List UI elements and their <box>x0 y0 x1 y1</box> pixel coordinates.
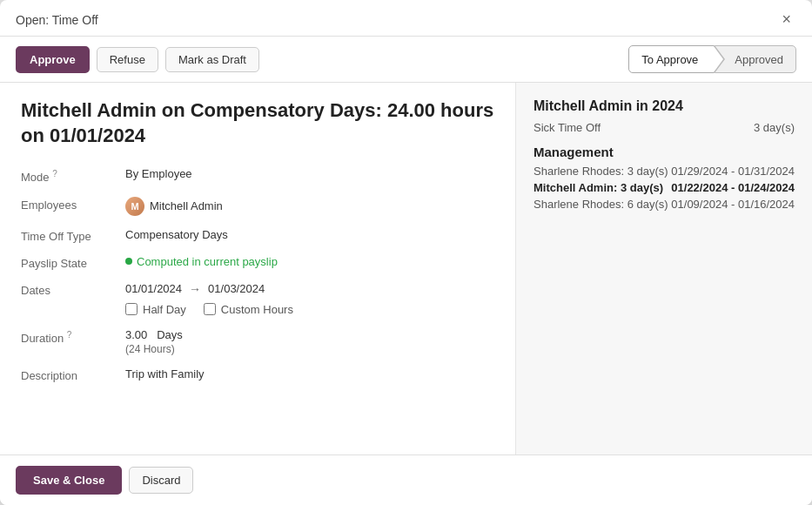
field-time-off-type: Time Off Type Compensatory Days <box>21 228 494 243</box>
employee-name: Mitchell Admin <box>150 199 223 212</box>
avatar: M <box>125 197 144 216</box>
half-day-checkbox-label[interactable]: Half Day <box>125 303 186 316</box>
modal-body: Mitchell Admin on Compensatory Days: 24.… <box>0 83 812 454</box>
payslip-status: Computed in current payslip <box>125 255 494 268</box>
employees-value: M Mitchell Admin <box>125 197 494 216</box>
sick-time-off-row: Sick Time Off 3 day(s) <box>534 121 795 134</box>
green-dot-icon <box>125 258 132 265</box>
main-content: Mitchell Admin on Compensatory Days: 24.… <box>0 83 516 454</box>
employees-label: Employees <box>21 197 125 212</box>
refuse-button[interactable]: Refuse <box>97 47 158 72</box>
field-mode: Mode ? By Employee <box>21 167 494 184</box>
payslip-state-value: Computed in current payslip <box>125 255 494 268</box>
sidebar-panel-title: Mitchell Admin in 2024 <box>534 98 795 114</box>
date-from: 01/01/2024 <box>125 282 182 295</box>
status-step-approved: Approved <box>715 45 796 73</box>
entry-name-2: Sharlene Rhodes: 6 day(s) <box>534 198 668 211</box>
modal-header: Open: Time Off × <box>0 0 812 37</box>
duration-label: Duration ? <box>21 328 125 345</box>
approve-button[interactable]: Approve <box>16 46 90 73</box>
entry-name-0: Sharlene Rhodes: 3 day(s) <box>534 165 668 178</box>
half-day-checkbox[interactable] <box>125 303 138 315</box>
page-title: Mitchell Admin on Compensatory Days: 24.… <box>21 98 494 148</box>
checkbox-row: Half Day Custom Hours <box>125 303 494 316</box>
field-description: Description Trip with Family <box>21 367 494 382</box>
entry-name-1: Mitchell Admin: 3 day(s) <box>534 181 663 194</box>
status-step-to-approve: To Approve <box>628 45 715 73</box>
panel-entry-1: Mitchell Admin: 3 day(s) 01/22/2024 - 01… <box>534 181 795 194</box>
dates-label: Dates <box>21 282 125 297</box>
entry-dates-2: 01/09/2024 - 01/16/2024 <box>671 198 795 211</box>
sidebar-panel: Mitchell Admin in 2024 Sick Time Off 3 d… <box>516 83 812 454</box>
arrow-icon: → <box>189 282 201 296</box>
toolbar-left: Approve Refuse Mark as Draft <box>16 46 259 73</box>
time-off-type-label: Time Off Type <box>21 228 125 243</box>
discard-button[interactable]: Discard <box>129 467 193 494</box>
mark-as-draft-button[interactable]: Mark as Draft <box>165 47 259 72</box>
duration-value: 3.00 Days (24 Hours) <box>125 328 494 355</box>
description-label: Description <box>21 367 125 382</box>
close-button[interactable]: × <box>776 9 796 30</box>
employee-avatar: M Mitchell Admin <box>125 197 223 216</box>
field-dates: Dates 01/01/2024 → 01/03/2024 Half Day <box>21 282 494 316</box>
mode-value: By Employee <box>125 167 494 180</box>
entry-dates-0: 01/29/2024 - 01/31/2024 <box>671 165 795 178</box>
sick-time-off-value: 3 day(s) <box>754 121 795 134</box>
payslip-state-label: Payslip State <box>21 255 125 270</box>
panel-entry-2: Sharlene Rhodes: 6 day(s) 01/09/2024 - 0… <box>534 198 795 211</box>
date-to: 01/03/2024 <box>208 282 265 295</box>
duration-days: 3.00 Days <box>125 328 494 341</box>
toolbar: Approve Refuse Mark as Draft To Approve … <box>0 37 812 83</box>
custom-hours-checkbox-label[interactable]: Custom Hours <box>204 303 293 316</box>
time-off-type-value: Compensatory Days <box>125 228 494 241</box>
field-duration: Duration ? 3.00 Days (24 Hours) <box>21 328 494 355</box>
custom-hours-checkbox[interactable] <box>204 303 216 315</box>
modal-title: Open: Time Off <box>16 13 98 27</box>
dates-row: 01/01/2024 → 01/03/2024 <box>125 282 494 296</box>
mode-label: Mode ? <box>21 167 125 184</box>
description-value: Trip with Family <box>125 367 494 380</box>
save-close-button[interactable]: Save & Close <box>16 466 122 495</box>
sick-time-off-label: Sick Time Off <box>534 121 601 134</box>
entry-dates-1: 01/22/2024 - 01/24/2024 <box>671 181 795 194</box>
status-steps: To Approve Approved <box>628 45 796 73</box>
modal-container: Open: Time Off × Approve Refuse Mark as … <box>0 0 812 505</box>
field-employees: Employees M Mitchell Admin <box>21 197 494 216</box>
dates-value: 01/01/2024 → 01/03/2024 Half Day Custom … <box>125 282 494 316</box>
modal-footer: Save & Close Discard <box>0 454 812 505</box>
panel-entry-0: Sharlene Rhodes: 3 day(s) 01/29/2024 - 0… <box>534 165 795 178</box>
field-payslip-state: Payslip State Computed in current paysli… <box>21 255 494 270</box>
management-section-title: Management <box>534 145 795 159</box>
duration-hours: (24 Hours) <box>125 343 494 355</box>
